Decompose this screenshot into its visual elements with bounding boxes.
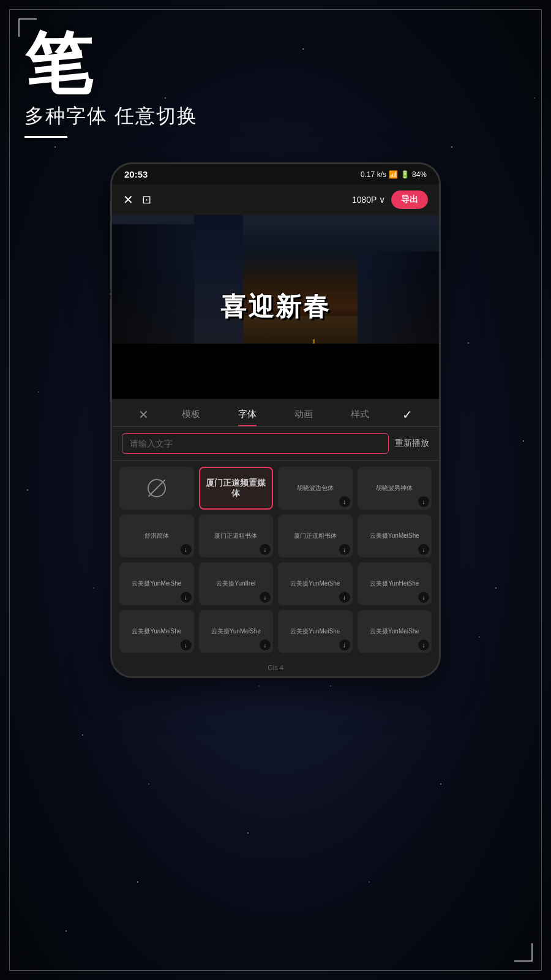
divider-line <box>24 136 67 138</box>
download-icon: ↓ <box>260 639 271 650</box>
font-label: 云美摄YunMeiShe <box>129 578 184 590</box>
font-item-huxiao1[interactable]: 胡晓波边包体 ↓ <box>278 467 353 510</box>
tab-close-button[interactable]: ✕ <box>138 407 149 422</box>
corner-decoration-br <box>514 943 533 962</box>
text-input-field[interactable] <box>122 433 389 454</box>
font-item-yms2[interactable]: 云美摄YunMeiShe ↓ <box>119 562 194 605</box>
font-item-yms8[interactable]: 云美摄YunMeiShe ↓ <box>358 610 432 653</box>
video-preview: 喜迎新春 <box>112 215 439 399</box>
bottom-panel: ✕ 模板 字体 动画 样式 ✓ 重新播放 厦门正道频置媒体 <box>112 399 439 676</box>
frame-button[interactable]: ⊡ <box>142 193 151 206</box>
status-bar: 20:53 0.17 k/s 📶 🔋 84% <box>112 164 439 184</box>
network-speed: 0.17 k/s <box>361 170 386 179</box>
big-character: 笔 <box>24 31 198 98</box>
font-label: 舒淇简体 <box>142 530 171 542</box>
export-button[interactable]: 导出 <box>391 190 428 209</box>
tab-bar: ✕ 模板 字体 动画 样式 ✓ <box>112 399 439 426</box>
font-label: 胡晓波边包体 <box>294 482 336 494</box>
download-icon: ↓ <box>181 544 192 555</box>
font-item-ymh[interactable]: 云美摄YunHeiShe ↓ <box>358 562 432 605</box>
download-icon: ↓ <box>418 544 429 555</box>
bottom-label: Gis 4 <box>268 664 283 671</box>
download-icon: ↓ <box>260 592 271 603</box>
text-input-area: 重新播放 <box>112 426 439 461</box>
font-label: 云美摄YunMeiShe <box>209 625 263 638</box>
font-item-yms4[interactable]: 云美摄YunMeiShe ↓ <box>278 562 353 605</box>
download-icon: ↓ <box>339 496 350 507</box>
font-item-xm2[interactable]: 厦门正道粗书体 ↓ <box>199 514 274 557</box>
download-icon: ↓ <box>418 639 429 650</box>
download-icon: ↓ <box>418 592 429 603</box>
video-background: 喜迎新春 <box>112 215 439 399</box>
font-item-yms3[interactable]: 云美摄YunIIrei ↓ <box>199 562 274 605</box>
battery-level: 84% <box>412 170 427 179</box>
font-label: 厦门正道频置媒体 <box>200 475 272 501</box>
font-item-huxiao2[interactable]: 胡晓波男神体 ↓ <box>358 467 432 510</box>
tab-style[interactable]: 样式 <box>346 406 374 423</box>
tab-font[interactable]: 字体 <box>233 406 261 423</box>
download-icon: ↓ <box>181 639 192 650</box>
font-label: 云美摄YunMeiShe <box>129 625 184 638</box>
font-item-xiamen[interactable]: 厦门正道频置媒体 <box>199 467 274 510</box>
status-icons: 0.17 k/s 📶 🔋 84% <box>361 170 427 179</box>
font-label: 云美摄YunMeiShe <box>367 625 422 638</box>
font-label: 云美摄YunIIrei <box>214 578 258 590</box>
download-icon: ↓ <box>339 592 350 603</box>
font-item-yms7[interactable]: 云美摄YunMeiShe ↓ <box>278 610 353 653</box>
font-grid: 厦门正道频置媒体 胡晓波边包体 ↓ 胡晓波男神体 ↓ 舒淇简体 ↓ 厦门正道粗书… <box>112 461 439 659</box>
header-section: 笔 多种字体 任意切换 <box>24 31 198 138</box>
main-content: 笔 多种字体 任意切换 20:53 0.17 k/s 📶 🔋 84% ✕ ⊡ 1… <box>0 0 551 980</box>
font-label: 云美摄YunMeiShe <box>288 625 342 638</box>
font-label: 云美摄YunMeiShe <box>288 578 342 590</box>
video-text-overlay: 喜迎新春 <box>220 290 331 324</box>
toolbar-left: ✕ ⊡ <box>123 192 151 207</box>
font-item-shuqi[interactable]: 舒淇简体 ↓ <box>119 514 194 557</box>
toolbar-right: 1080P ∨ 导出 <box>352 190 428 209</box>
font-item-yms5[interactable]: 云美摄YunMeiShe ↓ <box>119 610 194 653</box>
no-font-icon <box>148 479 166 497</box>
tab-confirm-button[interactable]: ✓ <box>402 407 413 422</box>
bottom-indicator: Gis 4 <box>112 659 439 676</box>
tab-animation[interactable]: 动画 <box>290 406 318 423</box>
font-label: 胡晓波男神体 <box>373 482 415 494</box>
font-label: 云美摄YunMeiShe <box>367 530 422 542</box>
font-item-none[interactable] <box>119 467 194 510</box>
battery-icon: 🔋 <box>400 170 410 179</box>
font-item-yms1[interactable]: 云美摄YunMeiShe ↓ <box>358 514 432 557</box>
download-icon: ↓ <box>181 592 192 603</box>
corner-decoration-tl <box>18 18 37 37</box>
download-icon: ↓ <box>339 639 350 650</box>
replay-button[interactable]: 重新播放 <box>395 438 429 449</box>
phone-mockup: 20:53 0.17 k/s 📶 🔋 84% ✕ ⊡ 1080P ∨ 导出 <box>110 162 441 678</box>
signal-icon: 📶 <box>389 170 398 179</box>
font-item-xm3[interactable]: 厦门正道粗书体 ↓ <box>278 514 353 557</box>
download-icon: ↓ <box>260 544 271 555</box>
status-time: 20:53 <box>124 169 148 179</box>
font-label: 云美摄YunHeiShe <box>367 578 421 590</box>
font-label: 厦门正道粗书体 <box>291 530 339 542</box>
download-icon: ↓ <box>339 544 350 555</box>
subtitle-text: 多种字体 任意切换 <box>24 103 198 130</box>
tab-template[interactable]: 模板 <box>177 406 205 423</box>
app-toolbar: ✕ ⊡ 1080P ∨ 导出 <box>112 184 439 215</box>
font-label: 厦门正道粗书体 <box>212 530 260 542</box>
font-item-yms6[interactable]: 云美摄YunMeiShe ↓ <box>199 610 274 653</box>
close-button[interactable]: ✕ <box>123 192 133 207</box>
resolution-button[interactable]: 1080P ∨ <box>352 195 385 205</box>
download-icon: ↓ <box>418 496 429 507</box>
video-black-bar <box>112 344 439 399</box>
